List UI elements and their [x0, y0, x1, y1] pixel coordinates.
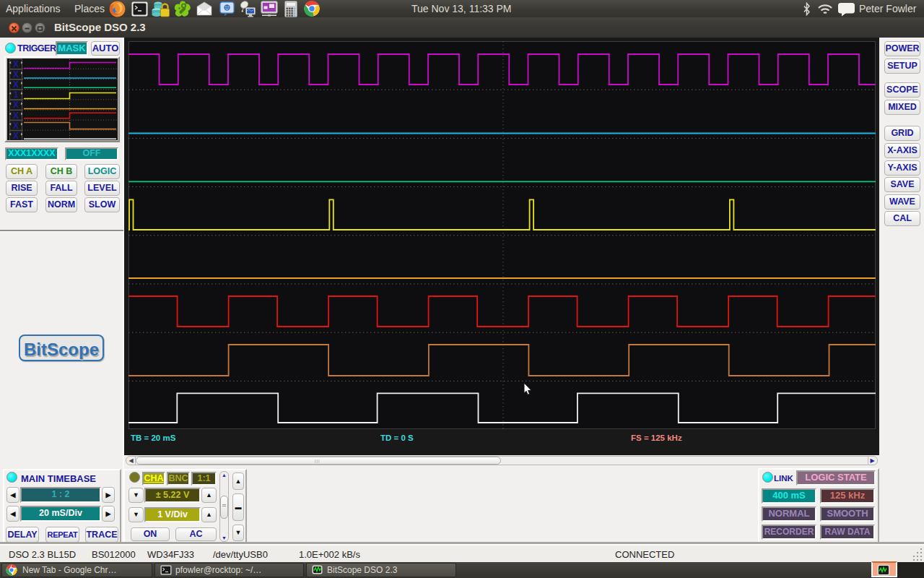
svg-text:X: X: [13, 59, 19, 69]
svg-text:X: X: [13, 79, 19, 90]
svg-text:X: X: [13, 121, 19, 131]
svg-text:1: 1: [14, 90, 19, 100]
svg-text:X: X: [13, 131, 19, 140]
svg-text:X: X: [13, 111, 19, 121]
svg-text:X: X: [13, 69, 19, 79]
svg-text:X: X: [13, 100, 19, 110]
